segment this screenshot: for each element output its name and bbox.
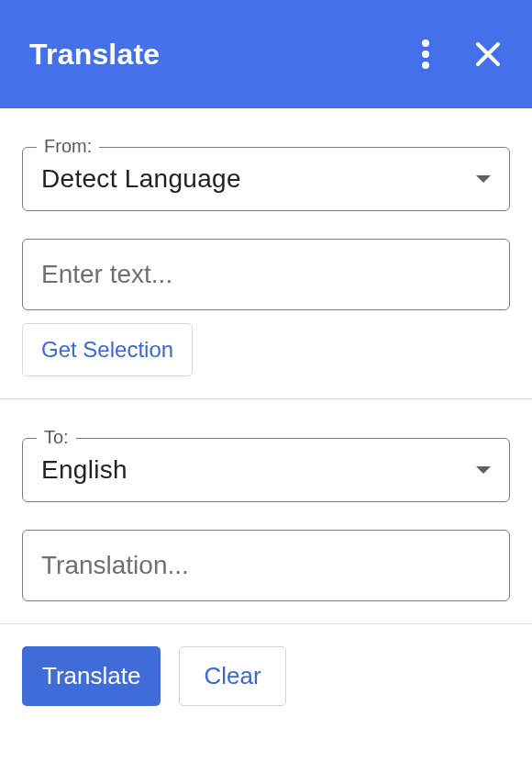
svg-point-2: [422, 62, 429, 69]
from-section: From: Detect Language Get Selection: [0, 108, 532, 398]
from-label: From:: [37, 136, 99, 157]
header: Translate: [0, 0, 532, 108]
svg-point-1: [422, 50, 429, 58]
close-icon[interactable]: [470, 36, 506, 73]
page-title: Translate: [29, 38, 160, 72]
svg-point-0: [422, 39, 429, 47]
source-text-input[interactable]: [22, 239, 510, 310]
chevron-down-icon: [476, 466, 491, 474]
translate-button[interactable]: Translate: [22, 646, 161, 706]
from-language-value: Detect Language: [41, 164, 241, 194]
from-select-wrap: From: Detect Language: [22, 147, 510, 211]
header-actions: [407, 36, 506, 73]
clear-button[interactable]: Clear: [179, 646, 285, 706]
get-selection-button[interactable]: Get Selection: [22, 323, 193, 376]
to-language-select[interactable]: English: [22, 438, 510, 502]
more-options-icon[interactable]: [407, 36, 444, 73]
to-section: To: English: [0, 399, 532, 623]
content: From: Detect Language Get Selection To: …: [0, 108, 532, 728]
to-label: To:: [37, 427, 76, 448]
action-row: Translate Clear: [0, 624, 532, 728]
translation-output[interactable]: [22, 530, 510, 601]
chevron-down-icon: [476, 175, 491, 183]
to-select-wrap: To: English: [22, 438, 510, 502]
to-language-value: English: [41, 455, 127, 485]
